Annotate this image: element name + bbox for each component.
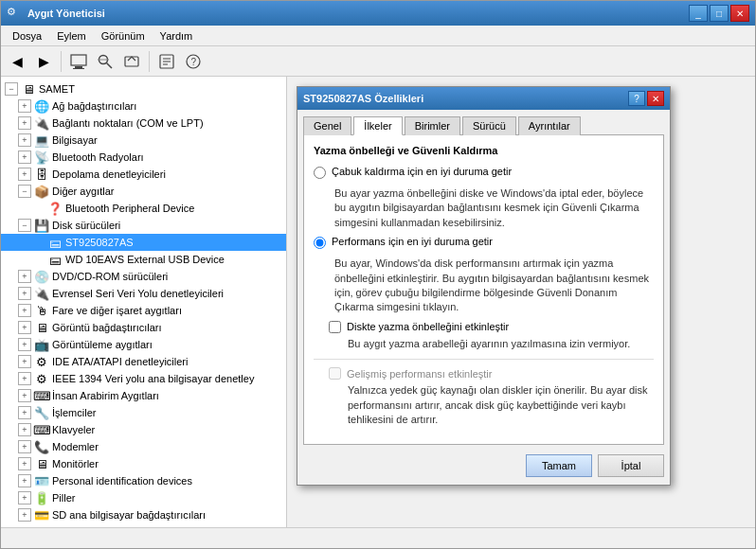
tree-item-goruntulem[interactable]: + 📺 Görüntüleme aygıtları [1,336,286,353]
tab-birimler[interactable]: Birimler [405,116,460,135]
dialog-help-button[interactable]: ? [628,91,645,106]
dialog-footer: Tamam İptal [297,451,670,485]
item3-icon: 📡 [34,150,49,165]
tree-item-islemci[interactable]: + 🔧 İşlemciler [1,404,286,421]
klavye-expand[interactable]: + [18,423,31,436]
dialog-content: Yazma önbelleği ve Güvenli Kaldırma Çabu… [303,134,664,445]
tree-item-klavye[interactable]: + ⌨ Klavyeler [1,421,286,438]
tree-item-5[interactable]: − 📦 Diğer aygıtlar [1,183,286,200]
monitor-expand[interactable]: + [18,457,31,470]
option2-radio[interactable] [314,237,326,249]
close-button[interactable]: ✕ [730,5,749,22]
tab-ilkeler[interactable]: İlkeler [353,116,402,135]
menu-dosya[interactable]: Dosya [5,28,49,44]
tree-item-dvd[interactable]: + 💿 DVD/CD-ROM sürücüleri [1,268,286,285]
piller-expand[interactable]: + [18,491,31,505]
islemci-label: İşlemciler [52,407,96,418]
option2-label[interactable]: Performans için en iyi duruma getir [332,236,493,247]
menu-eylem[interactable]: Eylem [49,28,94,44]
item1-label: Bağlantı noktaları (COM ve LPT) [52,117,204,129]
tree-item-2[interactable]: + 💻 Bilgisayar [1,132,286,149]
minimize-button[interactable]: _ [689,5,708,22]
dvd-expand[interactable]: + [18,270,31,283]
goruntu-expand[interactable]: + [18,321,31,334]
svg-text:?: ? [191,57,197,67]
update-button[interactable] [119,49,144,74]
checkbox2-input[interactable] [329,367,341,380]
sd-expand[interactable]: + [18,508,31,522]
properties-button[interactable] [154,49,179,74]
tree-item-3[interactable]: + 📡 Bluetooth Radyoları [1,149,286,166]
monitor-label: Monitörler [52,458,99,469]
tree-item-monitor[interactable]: + 🖥 Monitörler [1,455,286,472]
fare-expand[interactable]: + [18,304,31,317]
help-button[interactable]: ? [181,49,206,74]
ieee-expand[interactable]: + [18,372,31,385]
tree-root[interactable]: − 🖥 SAMET [1,80,286,97]
tree-item-ieee[interactable]: + ⚙ IEEE 1394 Veri yolu ana bilgisayar d… [1,370,286,387]
ide-expand[interactable]: + [18,355,31,368]
ieee-icon: ⚙ [34,371,49,386]
dialog-close-button[interactable]: ✕ [647,91,664,106]
option1-label[interactable]: Çabuk kaldırma için en iyi duruma getir [332,166,512,177]
tree-item-modem[interactable]: + 📞 Modemler [1,438,286,455]
tab-genel[interactable]: Genel [303,116,351,135]
menu-yardim[interactable]: Yardım [153,28,201,44]
disk-icon: 💾 [34,218,49,233]
item2-expand[interactable]: + [18,133,31,147]
tree-item-disk[interactable]: − 💾 Disk sürücüleri [1,217,286,234]
ok-button[interactable]: Tamam [526,454,592,477]
cancel-button[interactable]: İptal [598,454,664,477]
item3-expand[interactable]: + [18,151,31,164]
checkbox1-label[interactable]: Diskte yazma önbelleğini etkinleştir [347,321,509,332]
svg-rect-0 [71,55,86,65]
tree-item-usb[interactable]: + 🔌 Evrensel Seri Veri Yolu denetleyicil… [1,285,286,302]
bt-icon: ❓ [47,201,63,216]
forward-button[interactable]: ▶ [31,49,56,74]
tree-item-sd[interactable]: + 💳 SD ana bilgisayar bağdaştırıcıları [1,506,286,523]
tree-item-piller[interactable]: + 🔋 Piller [1,489,286,506]
personal-expand[interactable]: + [18,474,31,487]
modem-expand[interactable]: + [18,440,31,453]
checkbox1-input[interactable] [329,321,341,333]
tree-item-1[interactable]: + 🔌 Bağlantı noktaları (COM ve LPT) [1,115,286,132]
tree-item-0[interactable]: + 🌐 Ağ bağdaştırıcıları [1,97,286,115]
tree-item-ide[interactable]: + ⚙ IDE ATA/ATAPI denetleyicileri [1,353,286,370]
insan-expand[interactable]: + [18,389,31,402]
scan-button[interactable] [93,49,117,74]
islemci-expand[interactable]: + [18,406,31,419]
usb-expand[interactable]: + [18,287,31,300]
item5-expand[interactable]: − [18,185,31,198]
item4-icon: 🗄 [34,167,49,182]
back-button[interactable]: ◀ [5,49,29,74]
status-bar [1,527,755,548]
tree-panel[interactable]: − 🖥 SAMET + 🌐 Ağ bağdaştırıcıları + 🔌 Ba… [1,77,287,527]
dvd-icon: 💿 [34,269,49,284]
tab-surucu[interactable]: Sürücü [462,116,516,135]
tree-item-st9[interactable]: 🖴 ST9250827AS [1,234,286,251]
tree-item-fare[interactable]: + 🖱 Fare ve diğer işaret aygıtları [1,302,286,319]
item1-expand[interactable]: + [18,116,31,130]
root-expand[interactable]: − [5,82,18,96]
personal-icon: 🪪 [34,473,49,488]
tree-item-4[interactable]: + 🗄 Depolama denetleyicileri [1,166,286,183]
wd-icon: 🖴 [47,252,63,267]
tree-item-insan[interactable]: + ⌨ İnsan Arabirim Aygıtları [1,387,286,404]
computer-button[interactable] [66,49,91,74]
usb-icon: 🔌 [34,286,49,301]
disk-expand[interactable]: − [18,219,31,232]
tree-item-personal[interactable]: + 🪪 Personal identification devices [1,472,286,489]
item0-expand[interactable]: + [18,99,31,113]
maximize-button[interactable]: □ [710,5,729,22]
tree-item-bt-periph[interactable]: ❓ Bluetooth Peripheral Device [1,200,286,217]
goruntulem-expand[interactable]: + [18,338,31,351]
goruntu-icon: 🖥 [34,320,49,335]
ieee-label: IEEE 1394 Veri yolu ana bilgisayar denet… [52,373,254,384]
tree-item-goruntu[interactable]: + 🖥 Görüntü bağdaştırıcıları [1,319,286,336]
option1-radio[interactable] [314,167,326,179]
menu-gorunum[interactable]: Görünüm [94,28,153,44]
tab-ayrintilar[interactable]: Ayrıntılar [518,116,581,135]
root-label: SAMET [39,83,75,95]
tree-item-wd[interactable]: 🖴 WD 10EAVS External USB Device [1,251,286,268]
item4-expand[interactable]: + [18,168,31,181]
